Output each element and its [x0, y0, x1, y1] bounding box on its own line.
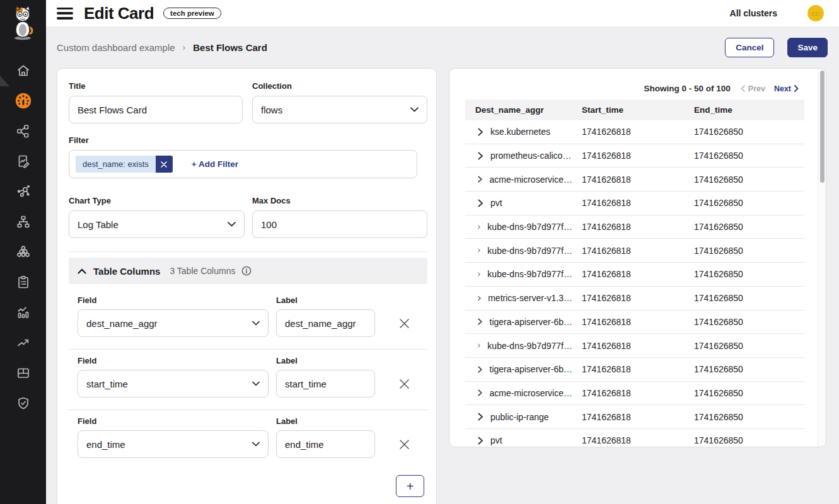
column-label-input[interactable]	[276, 309, 375, 337]
start-time-cell: 1741626818	[572, 412, 685, 422]
prev-button[interactable]: Prev	[741, 84, 765, 93]
remove-column-button[interactable]	[398, 438, 410, 450]
remove-column-button[interactable]	[398, 317, 410, 329]
chart-icon[interactable]	[0, 297, 46, 328]
row-expand-icon[interactable]	[478, 223, 480, 231]
table-row[interactable]: tigera-apiserver-6b… 1741626818 17416268…	[465, 311, 804, 335]
table-row[interactable]: acme-microservice… 1741626818 1741626850	[465, 382, 804, 406]
start-time-cell: 1741626818	[572, 388, 685, 398]
home-icon[interactable]	[0, 55, 46, 86]
remove-filter-button[interactable]	[156, 156, 173, 173]
dest-name-cell: tigera-apiserver-6b…	[490, 317, 573, 327]
table-row[interactable]: kube-dns-9b7d977f… 1741626818 1741626850	[465, 334, 804, 358]
max-docs-input[interactable]	[252, 210, 427, 238]
row-expand-icon[interactable]	[478, 389, 483, 397]
label-label: Label	[276, 295, 298, 305]
filter-box[interactable]: dest_name: exists + Add Filter	[69, 150, 417, 178]
row-expand-icon[interactable]	[478, 152, 483, 160]
table-row[interactable]: pvt 1741626818 1741626850	[465, 429, 804, 447]
topology-icon[interactable]	[0, 116, 46, 146]
next-button[interactable]: Next	[774, 84, 799, 93]
row-expand-icon[interactable]	[478, 437, 483, 445]
row-expand-icon[interactable]	[478, 175, 483, 183]
column-label-input[interactable]	[276, 430, 375, 458]
chart-type-label: Chart Type	[69, 196, 111, 205]
chevron-down-icon	[252, 381, 260, 386]
report-icon[interactable]	[0, 146, 46, 176]
dashboard-icon[interactable]	[0, 86, 46, 116]
scrollbar-track[interactable]	[818, 69, 826, 447]
start-time-cell: 1741626818	[572, 293, 685, 303]
table-row[interactable]: kube-dns-9b7d977f… 1741626818 1741626850	[465, 263, 804, 287]
breadcrumb-parent[interactable]: Custom dashboard example	[57, 42, 175, 53]
chevron-up-icon	[78, 268, 86, 274]
chevron-down-icon	[228, 222, 236, 227]
row-expand-icon[interactable]	[478, 199, 483, 207]
filter-chip-text: dest_name: exists	[76, 156, 156, 173]
divider	[69, 410, 427, 410]
avatar[interactable]: CC	[807, 5, 824, 21]
collection-select[interactable]: flows	[252, 96, 427, 123]
sidebar-nav	[0, 55, 46, 418]
remove-column-button[interactable]	[398, 377, 410, 390]
clipboard-icon[interactable]	[0, 267, 46, 297]
table-row[interactable]: tigera-apiserver-6b… 1741626818 17416268…	[465, 358, 804, 382]
column-field-select[interactable]: end_time	[78, 430, 269, 458]
dest-name-cell: tigera-apiserver-6b…	[490, 364, 573, 374]
row-expand-icon[interactable]	[478, 270, 480, 278]
row-expand-icon[interactable]	[478, 365, 483, 374]
cluster-icon[interactable]	[0, 237, 46, 267]
archive-box-icon[interactable]	[0, 358, 46, 388]
end-time-cell: 1741626850	[685, 151, 804, 161]
table-row[interactable]: metrics-server-v1.3… 1741626818 17416268…	[465, 287, 804, 311]
table-row[interactable]: public-ip-range 1741626818 1741626850	[465, 405, 804, 429]
row-expand-icon[interactable]	[478, 294, 481, 302]
table-row[interactable]: kube-dns-9b7d977f… 1741626818 1741626850	[465, 239, 804, 263]
bar-actions: Cancel Save	[725, 38, 828, 57]
column-field-value: end_time	[86, 439, 125, 450]
cluster-selector[interactable]: All clusters	[730, 8, 777, 18]
add-filter-button[interactable]: + Add Filter	[192, 159, 238, 169]
prev-label: Prev	[748, 84, 765, 93]
table-row[interactable]: kube-dns-9b7d977f… 1741626818 1741626850	[465, 215, 804, 239]
start-time-cell: 1741626818	[572, 127, 685, 137]
end-time-cell: 1741626850	[685, 269, 804, 279]
row-expand-icon[interactable]	[478, 318, 483, 326]
table-columns-header[interactable]: Table Columns 3 Table Columns	[69, 258, 427, 284]
save-button[interactable]: Save	[787, 38, 828, 57]
row-expand-icon[interactable]	[478, 246, 480, 255]
start-time-cell: 1741626818	[572, 222, 685, 232]
sitemap-icon[interactable]	[0, 207, 46, 237]
column-field-select[interactable]: start_time	[78, 370, 269, 398]
table-row[interactable]: kse.kubernetes 1741626818 1741626850	[465, 120, 804, 144]
info-icon[interactable]	[241, 266, 252, 276]
trend-icon[interactable]	[0, 328, 46, 358]
shield-check-icon[interactable]	[0, 388, 46, 418]
title-input[interactable]	[69, 96, 243, 123]
table-row[interactable]: prometheus-calico… 1741626818 1741626850	[465, 144, 804, 168]
column-label-input[interactable]	[276, 370, 375, 398]
menu-icon[interactable]	[57, 8, 73, 20]
edit-card-form: Title Collection flows Filter dest_name:…	[57, 68, 437, 504]
table-row[interactable]: pvt 1741626818 1741626850	[465, 192, 804, 215]
filter-chip: dest_name: exists	[76, 156, 173, 173]
tech-preview-badge: tech preview	[163, 8, 221, 19]
cancel-button[interactable]: Cancel	[725, 38, 774, 57]
add-column-button[interactable]: +	[396, 475, 424, 497]
start-time-cell: 1741626818	[572, 246, 685, 256]
row-expand-icon[interactable]	[478, 128, 483, 136]
chart-type-select[interactable]: Log Table	[69, 210, 245, 238]
field-label: Field	[78, 356, 96, 365]
scrollbar-thumb[interactable]	[820, 71, 825, 183]
preview-card: Showing 0 - 50 of 100 Prev Next Dest_nam…	[449, 68, 826, 447]
row-expand-icon[interactable]	[478, 413, 483, 421]
table-row[interactable]: acme-microservice… 1741626818 1741626850	[465, 168, 804, 192]
row-expand-icon[interactable]	[478, 341, 480, 350]
column-field-select[interactable]: dest_name_aggr	[78, 309, 269, 337]
calico-cat-logo[interactable]	[10, 5, 35, 43]
column-field-value: start_time	[86, 379, 128, 389]
end-time-cell: 1741626850	[685, 412, 804, 422]
graph-icon[interactable]	[0, 176, 46, 207]
start-time-cell: 1741626818	[572, 364, 685, 374]
divider	[69, 251, 427, 252]
